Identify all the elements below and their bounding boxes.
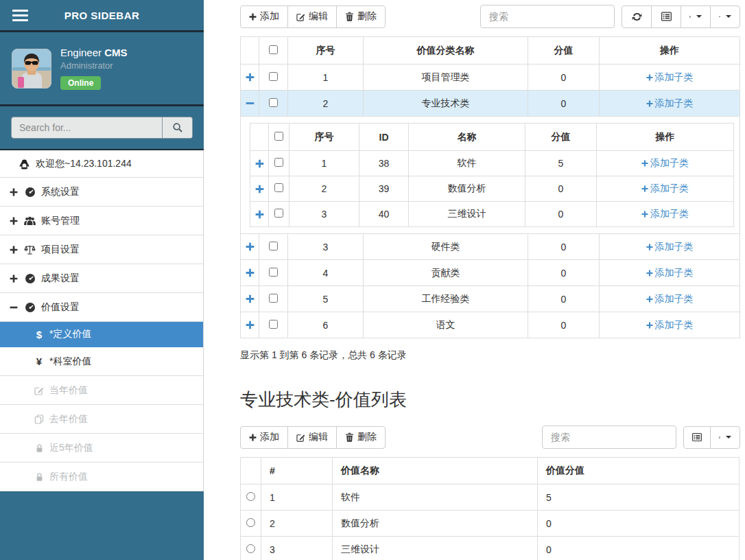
row-checkbox[interactable]	[269, 320, 278, 329]
add-button[interactable]: 添加	[240, 426, 288, 449]
add-button[interactable]: 添加	[240, 5, 288, 28]
add-child-link[interactable]: 添加子类	[646, 319, 694, 331]
user-name: Engineer CMS	[60, 47, 128, 58]
row-select-cell	[259, 312, 288, 338]
tachometer-icon	[23, 302, 36, 313]
sidebar-item-value-settings[interactable]: 价值设置	[0, 293, 203, 322]
table-row: 4 贡献类 0 添加子类	[241, 260, 740, 286]
expand-row-button[interactable]	[250, 151, 269, 176]
add-child-link[interactable]: 添加子类	[641, 183, 689, 195]
row-checkbox[interactable]	[269, 268, 278, 277]
row-radio[interactable]	[246, 518, 255, 527]
table-search-input[interactable]	[480, 5, 615, 28]
sidebar-search-area	[0, 106, 204, 150]
row-select-cell	[259, 286, 288, 312]
sidebar-item-last-year-value[interactable]: 去年价值	[0, 405, 203, 434]
add-child-link[interactable]: 添加子类	[646, 71, 694, 84]
expand-row-button[interactable]	[250, 202, 269, 227]
row-select-cell	[259, 234, 288, 260]
welcome-banner: 欢迎您~14.23.101.244	[0, 150, 203, 178]
sidebar-item-current-year-value[interactable]: 当年价值	[0, 376, 203, 405]
expand-row-button[interactable]	[241, 260, 259, 286]
sidebar-item-last-5-years-value[interactable]: 近5年价值	[0, 434, 203, 463]
delete-button[interactable]: 删除	[336, 5, 386, 28]
welcome-text: 欢迎您~14.23.101.244	[36, 158, 132, 170]
toggle-view-button[interactable]	[651, 5, 681, 28]
sidebar-search-button[interactable]	[162, 117, 192, 138]
edit-button[interactable]: 编辑	[287, 426, 337, 449]
radio-header	[241, 458, 261, 485]
toggle-view-button[interactable]	[683, 426, 711, 449]
select-all-header	[259, 37, 288, 65]
pagination-info: 显示第 1 到第 6 条记录，总共 6 条记录	[240, 349, 740, 362]
cell-name: 硬件类	[364, 234, 528, 260]
plus-icon	[641, 211, 648, 218]
subtable-row: 2 39 数值分析 0 添加子类	[250, 176, 734, 202]
plus-icon	[249, 13, 257, 21]
add-child-link[interactable]: 添加子类	[641, 157, 689, 170]
online-status-badge[interactable]: Online	[60, 76, 101, 90]
table-row: 5 工作经验类 0 添加子类	[241, 286, 740, 312]
cell-seq: 3	[288, 234, 364, 260]
refresh-button[interactable]	[622, 5, 652, 28]
toolbar-categories: 添加 编辑 删除	[240, 5, 740, 28]
expand-row-button[interactable]	[241, 286, 259, 312]
delete-button[interactable]: 删除	[336, 426, 386, 449]
hamburger-menu-icon[interactable]	[12, 7, 28, 24]
cell-name: 数值分析	[333, 511, 538, 537]
cell-score: 5	[538, 485, 740, 511]
plus-icon	[249, 434, 257, 441]
sidebar-item-all-values[interactable]: 所有价值	[0, 463, 203, 491]
row-checkbox[interactable]	[269, 242, 278, 250]
table-tools-group	[683, 426, 740, 449]
columns-dropdown-button[interactable]	[681, 5, 711, 28]
sidebar-item-define-value[interactable]: $ *定义价值	[0, 322, 203, 347]
chevron-down-icon	[726, 436, 731, 439]
table-search-input[interactable]	[542, 425, 676, 449]
row-checkbox[interactable]	[274, 209, 283, 218]
edit-icon	[296, 12, 305, 21]
expand-row-button[interactable]	[241, 312, 259, 338]
cell-score: 0	[528, 286, 600, 312]
sidebar: PRO SIDEBAR Engineer CMS Admi	[0, 0, 204, 560]
select-all-checkbox[interactable]	[274, 132, 283, 141]
edit-button[interactable]: 编辑	[287, 5, 337, 28]
add-child-link[interactable]: 添加子类	[646, 267, 694, 279]
sidebar-search-input[interactable]	[12, 117, 162, 138]
cell-seq: 2	[288, 91, 364, 117]
sidebar-item-department-value[interactable]: ¥ *科室价值	[0, 347, 203, 376]
row-checkbox[interactable]	[274, 158, 283, 167]
cell-score: 0	[538, 511, 740, 537]
row-select-cell	[269, 151, 289, 176]
user-role: Administrator	[60, 60, 128, 71]
sidebar-item-system-settings[interactable]: 系统设置	[0, 178, 203, 207]
edit-icon	[34, 386, 45, 395]
add-child-link[interactable]: 添加子类	[646, 241, 694, 253]
expand-row-button[interactable]	[241, 234, 259, 260]
cell-ops: 添加子类	[597, 202, 734, 227]
row-checkbox[interactable]	[269, 294, 278, 303]
add-child-link[interactable]: 添加子类	[641, 208, 689, 220]
row-radio[interactable]	[246, 544, 255, 553]
expand-row-button[interactable]	[250, 176, 269, 202]
export-dropdown-button[interactable]	[710, 5, 740, 28]
cell-num: 1	[261, 485, 333, 511]
columns-dropdown-button[interactable]	[710, 426, 740, 449]
row-checkbox[interactable]	[274, 183, 283, 192]
dollar-icon: $	[34, 329, 45, 340]
collapse-row-button[interactable]	[241, 91, 259, 117]
table-tools-group	[622, 5, 740, 28]
row-checkbox[interactable]	[269, 72, 278, 81]
expand-row-button[interactable]	[241, 65, 259, 91]
add-child-link[interactable]: 添加子类	[646, 293, 694, 305]
select-all-checkbox[interactable]	[269, 45, 278, 54]
sidebar-item-project-settings[interactable]: 项目设置	[0, 235, 203, 264]
sidebar-item-achievement-settings[interactable]: 成果设置	[0, 264, 203, 293]
add-child-link[interactable]: 添加子类	[646, 97, 694, 110]
row-checkbox[interactable]	[269, 98, 278, 107]
section-heading: 专业技术类-价值列表	[240, 388, 740, 412]
row-radio[interactable]	[246, 492, 255, 501]
lock-icon	[34, 443, 45, 453]
table-row: 1 软件 5	[241, 485, 740, 511]
sidebar-item-account-management[interactable]: 账号管理	[0, 207, 203, 235]
